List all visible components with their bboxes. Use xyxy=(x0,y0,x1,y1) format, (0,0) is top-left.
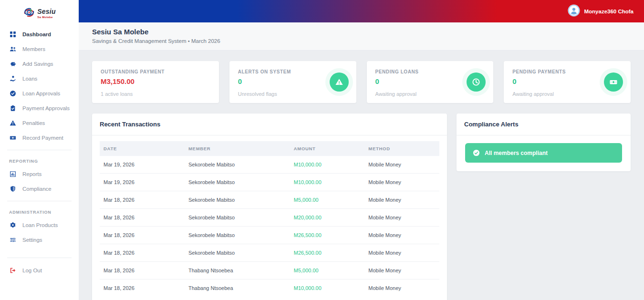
page-header: Sesiu Sa Molebe Savings & Credit Managem… xyxy=(79,22,644,51)
sidebar-item-label: Reports xyxy=(22,171,42,177)
table-row: Mar 18, 2026 Thabang Ntsoebea M5,000.00 … xyxy=(100,262,439,279)
cell-amount: M10,000.00 xyxy=(290,156,365,174)
compliance-alerts-header: Compliance Alerts xyxy=(457,114,631,135)
stats-row: OUTSTANDING PAYMENT M3,150.00 1 active l… xyxy=(92,61,631,103)
sidebar-item-compliance[interactable]: Compliance xyxy=(0,181,79,196)
cell-date: Mar 18, 2026 xyxy=(100,262,185,279)
sidebar-item-label: Members xyxy=(22,46,45,52)
compliance-alerts-body: All members compliant xyxy=(457,135,631,171)
cell-amount: M10,000.00 xyxy=(290,279,365,297)
table-row: Mar 18, 2026 Thabang Ntsoebea M10,000.00… xyxy=(100,279,439,297)
brand-logo-text: Sesiu Sa Molebe xyxy=(37,8,55,19)
sidebar-item-label: Settings xyxy=(22,237,42,243)
sidebar-item-label: Loans xyxy=(22,76,37,82)
clipboard-check-icon xyxy=(9,104,16,112)
cell-member: Thabang Ntsoebea xyxy=(185,262,290,279)
table-row: Mar 19, 2026 Sekorobele Mabitso M10,000.… xyxy=(100,156,439,174)
cell-date: Mar 18, 2026 xyxy=(100,209,185,227)
users-icon xyxy=(9,45,16,52)
cell-member: Sekorobele Mabitso xyxy=(185,227,290,244)
user-name: Monyaze360 Chofa xyxy=(584,9,634,14)
compliance-alerts-card: Compliance Alerts All members compliant xyxy=(457,114,631,171)
money-bill-icon xyxy=(9,134,16,141)
column-header-amount: AMOUNT xyxy=(290,141,365,156)
cell-member: Sekorobele Mabitso xyxy=(185,244,290,262)
cell-member: Sekorobele Mabitso xyxy=(185,209,290,227)
stat-label: OUTSTANDING PAYMENT xyxy=(101,69,210,74)
compliance-status-text: All members compliant xyxy=(485,150,548,156)
table-header-row: DATE MEMBER AMOUNT METHOD xyxy=(100,141,439,156)
user-menu[interactable]: Monyaze360 Chofa xyxy=(568,4,634,19)
sidebar: Sesiu Sa Molebe Dashboard Members Add Sa… xyxy=(0,0,79,300)
stat-subtitle: Awaiting approval xyxy=(512,91,622,97)
stat-subtitle: Unresolved flags xyxy=(238,91,348,97)
transactions-table: DATE MEMBER AMOUNT METHOD Mar 19, 2026 S… xyxy=(100,141,439,297)
sidebar-item-label: Loan Approvals xyxy=(22,91,60,96)
sidebar-item-loans[interactable]: Loans xyxy=(0,71,79,86)
sidebar-item-logout[interactable]: Log Out xyxy=(0,263,79,278)
piggy-bank-icon xyxy=(9,60,16,67)
sidebar-item-reports[interactable]: Reports xyxy=(0,166,79,181)
sidebar-item-members[interactable]: Members xyxy=(0,41,79,56)
avatar xyxy=(568,4,580,19)
cell-method: Mobile Money xyxy=(364,227,439,244)
sidebar-item-settings[interactable]: Settings xyxy=(0,232,79,247)
cell-date: Mar 18, 2026 xyxy=(100,227,185,244)
top-header-bar: Monyaze360 Chofa xyxy=(79,0,644,22)
cell-method: Mobile Money xyxy=(364,156,439,174)
stat-card-pending-loans: PENDING LOANS 0 Awaiting approval xyxy=(367,61,494,103)
stat-card-alerts-on-system: ALERTS ON SYSTEM 0 Unresolved flags xyxy=(229,61,356,103)
sidebar-section-reporting: REPORTING xyxy=(0,155,79,166)
cell-method: Mobile Money xyxy=(364,174,439,191)
sign-out-icon xyxy=(9,267,16,274)
cell-date: Mar 19, 2026 xyxy=(100,174,185,191)
column-header-method: METHOD xyxy=(364,141,439,156)
sidebar-divider xyxy=(7,258,72,258)
money-bill-icon xyxy=(604,72,623,92)
sidebar-item-label: Penalties xyxy=(22,120,45,126)
page-title: Sesiu Sa Molebe xyxy=(92,28,631,36)
stat-value: M3,150.00 xyxy=(101,77,210,85)
sidebar-item-label: Dashboard xyxy=(22,31,51,37)
cell-method: Mobile Money xyxy=(364,279,439,297)
bar-chart-icon xyxy=(9,170,16,177)
cell-amount: M5,000.00 xyxy=(290,262,365,279)
sliders-icon xyxy=(9,236,16,243)
sidebar-divider xyxy=(7,201,72,201)
stat-card-pending-payments: PENDING PAYMENTS 0 Awaiting approval xyxy=(504,61,631,103)
sidebar-item-loan-approvals[interactable]: Loan Approvals xyxy=(0,86,79,101)
page-subtitle: Savings & Credit Management System • Mar… xyxy=(92,38,631,44)
grid-icon xyxy=(9,31,16,38)
sidebar-item-add-savings[interactable]: Add Savings xyxy=(0,56,79,71)
cell-method: Mobile Money xyxy=(364,244,439,262)
shield-icon xyxy=(9,185,16,192)
cell-member: Sekorobele Mabitso xyxy=(185,191,290,209)
gears-icon xyxy=(9,221,16,228)
brand-logo-icon xyxy=(23,7,35,20)
cell-date: Mar 18, 2026 xyxy=(100,191,185,209)
sidebar-item-payment-approvals[interactable]: Payment Approvals xyxy=(0,101,79,115)
cell-member: Thabang Ntsoebea xyxy=(185,279,290,297)
cell-member: Sekorobele Mabitso xyxy=(185,174,290,191)
warning-triangle-icon xyxy=(9,119,16,126)
panels-row: Recent Transactions DATE MEMBER AMOUNT M… xyxy=(92,114,631,300)
sidebar-item-record-payment[interactable]: Record Payment xyxy=(0,130,79,145)
sidebar-item-penalties[interactable]: Penalties xyxy=(0,115,79,130)
cell-method: Mobile Money xyxy=(364,191,439,209)
cell-member: Sekorobele Mabitso xyxy=(185,156,290,174)
table-row: Mar 18, 2026 Sekorobele Mabitso M26,500.… xyxy=(100,244,439,262)
sidebar-divider xyxy=(7,150,72,150)
sidebar-item-label: Compliance xyxy=(22,186,52,192)
cell-date: Mar 18, 2026 xyxy=(100,244,185,262)
compliance-alerts-title: Compliance Alerts xyxy=(464,121,623,128)
sidebar-item-loan-products[interactable]: Loan Products xyxy=(0,217,79,232)
recent-transactions-body: DATE MEMBER AMOUNT METHOD Mar 19, 2026 S… xyxy=(92,135,447,300)
column-header-member: MEMBER xyxy=(185,141,290,156)
brand-logo[interactable]: Sesiu Sa Molebe xyxy=(0,4,79,27)
sidebar-item-label: Loan Products xyxy=(22,222,58,228)
stat-label: PENDING LOANS xyxy=(375,69,485,74)
main-area: Monyaze360 Chofa Sesiu Sa Molebe Savings… xyxy=(79,0,644,300)
stat-subtitle: 1 active loans xyxy=(101,91,210,97)
sidebar-item-dashboard[interactable]: Dashboard xyxy=(0,27,79,41)
stat-card-outstanding-payment: OUTSTANDING PAYMENT M3,150.00 1 active l… xyxy=(92,61,219,103)
